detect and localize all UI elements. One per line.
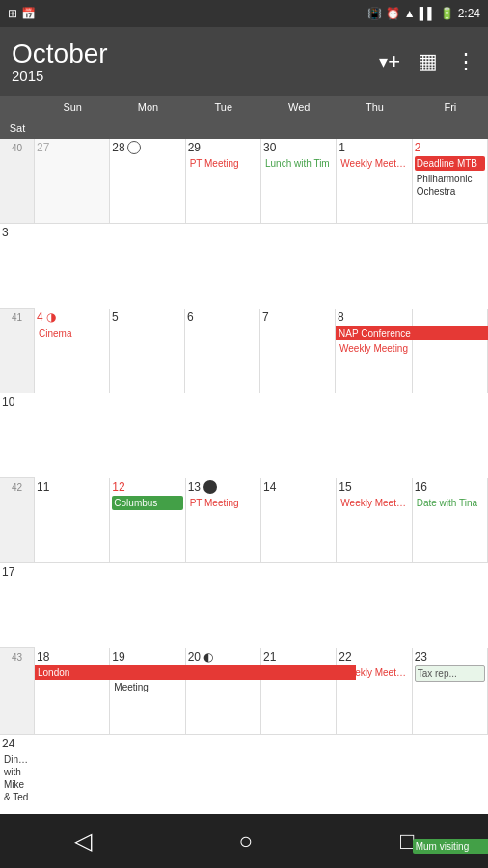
day-oct20[interactable]: 20 ◐ Dinner with Sam (186, 648, 261, 735)
pt-meeting-13-event: PT Meeting (188, 496, 258, 510)
wifi-icon: ▲ (404, 7, 416, 20)
dropdown-button[interactable]: ▾ (379, 51, 388, 72)
vibrate-icon: 📳 (367, 7, 382, 20)
day-num: 14 (263, 480, 334, 494)
device-icon: ⊞ (8, 7, 17, 20)
calendar-icon: 📅 (21, 7, 36, 20)
day-oct15[interactable]: 15 Weekly Meeting (337, 478, 412, 563)
day-oct28[interactable]: 28 (110, 139, 185, 224)
alarm-icon: ⏰ (386, 7, 400, 20)
header-title: October 2015 (12, 41, 373, 84)
week-num-41: 41 (0, 309, 35, 393)
back-button[interactable]: ◁ (74, 827, 92, 854)
day-num: 5 (112, 311, 182, 324)
tax-rep-event: Tax rep... (415, 665, 485, 682)
day-num: 15 (339, 480, 409, 494)
date-tina-event: Date with Tina (415, 496, 485, 510)
day-num: 4 ◑ (37, 311, 107, 324)
day-num: 13 (188, 480, 258, 494)
day-oct16[interactable]: 16 Date with Tina (413, 478, 488, 563)
day-num: 30 (263, 141, 334, 154)
weekly-meeting-15-event: Weekly Meeting (339, 496, 409, 510)
day-oct18[interactable]: 18 London (35, 648, 110, 735)
day-num: 12 (112, 480, 182, 494)
london-event: London (35, 665, 356, 680)
calendar-header: October 2015 ▾ + ▦ ⋮ (0, 27, 488, 96)
day-num: 29 (188, 141, 258, 154)
nap-conference-event: NAP Conference (336, 326, 488, 340)
day-headers: Sun Mon Tue Wed Thu Fri Sat (0, 96, 488, 139)
week-row-3: 42 11 12 Columbus 13 PT Meeting 14 15 We… (0, 478, 488, 648)
day-oct2[interactable]: 2 Deadline MTB Philharmonic Ochestra (413, 139, 488, 224)
day-oct21[interactable]: 21 (261, 648, 337, 735)
week-num-40: 40 (0, 139, 35, 224)
week-row-2: 41 4 ◑ Cinema 5 6 7 8 NAP Conference Wee… (0, 309, 488, 478)
status-right-icons: 📳 ⏰ ▲ ▌▌ 🔋 2:24 (367, 7, 480, 20)
day-oct12[interactable]: 12 Columbus (110, 478, 185, 563)
sun-header: Sun (35, 96, 110, 118)
day-num: 27 (37, 141, 107, 154)
status-bar: ⊞ 📅 📳 ⏰ ▲ ▌▌ 🔋 2:24 (0, 0, 488, 27)
day-oct14[interactable]: 14 (261, 478, 337, 563)
day-oct7[interactable]: 7 (260, 309, 336, 393)
day-oct23[interactable]: 23 Tax rep... (413, 648, 488, 735)
day-oct8[interactable]: 8 NAP Conference Weekly Meeting (336, 309, 413, 393)
month-label: October (12, 41, 373, 68)
day-num: 6 (187, 311, 258, 324)
time: 2:24 (458, 7, 480, 20)
week-row-4: 43 18 London 19 Project Status Meeting 2… (0, 648, 488, 822)
view-toggle-button[interactable]: ▦ (418, 49, 438, 74)
day-oct22[interactable]: 22 Weekly Meeting (337, 648, 412, 735)
battery-icon: 🔋 (440, 7, 454, 20)
day-oct13[interactable]: 13 PT Meeting (186, 478, 261, 563)
home-button[interactable]: ○ (239, 827, 254, 854)
day-num: 24 (2, 737, 33, 750)
more-options-button[interactable]: ⋮ (455, 49, 476, 74)
tue-header: Tue (186, 96, 261, 118)
status-left-icons: ⊞ 📅 (8, 7, 36, 20)
day-oct6[interactable]: 6 (185, 309, 260, 393)
weekly-meeting-8-event: Weekly Meeting (338, 341, 410, 356)
day-oct29[interactable]: 29 PT Meeting (186, 139, 261, 224)
lunch-tim-event: Lunch with Tim (263, 156, 334, 171)
day-num: 17 (2, 565, 33, 579)
thu-header: Thu (337, 96, 412, 118)
fri-header: Fri (413, 96, 488, 118)
day-oct9[interactable] (413, 309, 488, 393)
day-num: 11 (37, 480, 107, 494)
day-oct30[interactable]: 30 Lunch with Tim (261, 139, 337, 224)
day-oct5[interactable]: 5 (110, 309, 185, 393)
wed-header: Wed (261, 96, 337, 118)
day-oct19[interactable]: 19 Project Status Meeting (110, 648, 185, 735)
day-num: 7 (262, 311, 333, 324)
add-event-button[interactable]: + (388, 49, 400, 74)
day-oct1[interactable]: 1 Weekly Meeting (337, 139, 412, 224)
day-oct10[interactable]: 10 (0, 393, 35, 478)
day-num: 19 (112, 650, 124, 664)
weekly-meeting-event: Weekly Meeting (339, 156, 409, 171)
day-num: 10 (2, 395, 14, 409)
week-num-42: 42 (0, 478, 35, 563)
year-label: 2015 (12, 68, 373, 84)
signal-icon: ▌▌ (420, 7, 436, 20)
day-num: 21 (263, 650, 276, 664)
sat-header: Sat (0, 118, 35, 139)
day-num: 1 (339, 141, 409, 154)
day-sep27[interactable]: 27 (35, 139, 110, 224)
week-num-header (0, 96, 35, 118)
deadline-mtb-event: Deadline MTB (415, 156, 485, 171)
philharmonic-event: Philharmonic Ochestra (415, 172, 485, 199)
day-num: 3 (2, 226, 33, 239)
day-num: 18 (37, 650, 107, 664)
dinner-mike-event: Dinner with Mike & Ted (2, 752, 33, 804)
mon-header: Mon (110, 96, 185, 118)
cinema-event: Cinema (37, 326, 107, 340)
day-num: 2 (415, 141, 485, 154)
day-oct17[interactable]: 17 (0, 563, 35, 648)
day-oct24[interactable]: 24 Dinner with Mike & Ted (0, 735, 35, 822)
day-num: 20 ◐ (188, 650, 214, 664)
day-oct4[interactable]: 4 ◑ Cinema (35, 309, 110, 393)
day-oct11[interactable]: 11 (35, 478, 110, 563)
day-oct3[interactable]: 3 (0, 224, 35, 309)
week-num-43: 43 (0, 648, 35, 735)
